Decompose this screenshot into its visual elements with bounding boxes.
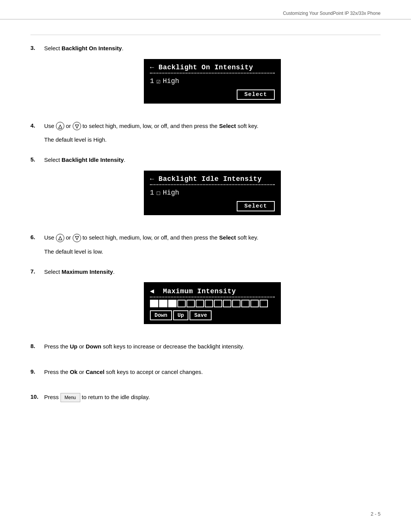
step-3-bold: Backlight On Intensity — [62, 45, 122, 51]
page-header: Customizing Your SoundPoint IP 32x/33x P… — [0, 0, 411, 19]
step-5-line-num: 1 — [150, 189, 154, 197]
step-8-bold-down: Down — [86, 343, 101, 350]
step-7-bold: Maximum Intensity — [62, 268, 113, 275]
step-6-subtext: The default level is low. — [44, 248, 381, 255]
step-6-number: 6. — [30, 233, 44, 240]
step-6-body: Use △ or ▽ to select high, medium, low, … — [44, 233, 381, 257]
step-6-text: Use △ or ▽ to select high, medium, low, … — [44, 233, 381, 242]
step-3-body: Select Backlight On Intensity. ← Backlig… — [44, 44, 381, 111]
page-content: 3. Select Backlight On Intensity. ← Back… — [0, 19, 411, 434]
step-5-line-text: High — [163, 189, 179, 197]
step-8-bold-up: Up — [70, 343, 78, 350]
step-9-bold-ok: Ok — [70, 369, 78, 375]
step-9-number: 9. — [30, 368, 44, 375]
bar-cell-7 — [205, 300, 213, 307]
page-number: 2 - 5 — [371, 511, 381, 517]
step-3-screen-wrapper: ← Backlight On Intensity 1 ☑ High Select — [44, 59, 381, 104]
step-7-softkeys-row: Down Up Save — [150, 310, 275, 320]
step-7-save-button[interactable]: Save — [190, 310, 212, 320]
step-9-text: Press the Ok or Cancel soft keys to acce… — [44, 368, 381, 377]
step-10-number: 10. — [30, 393, 44, 400]
bar-cell-12 — [250, 300, 259, 307]
step-3-screen-line1: 1 ☑ High — [150, 76, 275, 86]
step-3-line-text: High — [163, 77, 179, 85]
page-footer: 2 - 5 — [371, 511, 381, 517]
step-7-screen-title: ◀ Maximum Intensity — [150, 287, 275, 297]
step-9: 9. Press the Ok or Cancel soft keys to a… — [30, 368, 381, 383]
step-5-number: 5. — [30, 156, 44, 163]
bar-cell-8 — [214, 300, 222, 307]
bar-cell-1 — [150, 300, 158, 307]
bar-cell-6 — [196, 300, 204, 307]
step-8-text: Press the Up or Down soft keys to increa… — [44, 342, 381, 351]
bar-cell-11 — [241, 300, 250, 307]
menu-button-image[interactable]: Menu — [61, 393, 80, 402]
step-5-text: Select Backlight Idle Intensity. — [44, 156, 381, 165]
intensity-bar — [150, 300, 275, 307]
step-6-up-icon: △ — [56, 234, 64, 242]
step-10-text: Press Menu to return to the idle display… — [44, 393, 381, 402]
step-9-bold-cancel: Cancel — [86, 369, 104, 375]
step-7: 7. Select Maximum Intensity. ◀ Maximum I… — [30, 268, 381, 332]
bar-cell-9 — [223, 300, 231, 307]
step-6-down-icon: ▽ — [73, 234, 81, 242]
top-divider — [30, 35, 381, 35]
step-5-softkeys: Select — [150, 201, 275, 211]
step-7-text: Select Maximum Intensity. — [44, 268, 381, 276]
header-text: Customizing Your SoundPoint IP 32x/33x P… — [283, 11, 381, 16]
step-6: 6. Use △ or ▽ to select high, medium, lo… — [30, 233, 381, 257]
step-6-bold-select: Select — [219, 234, 236, 241]
step-3-screen-title: ← Backlight On Intensity — [150, 64, 275, 73]
bar-cell-5 — [186, 300, 195, 307]
step-10: 10. Press Menu to return to the idle dis… — [30, 393, 381, 408]
step-4-bold-select: Select — [219, 123, 236, 129]
step-4-number: 4. — [30, 122, 44, 129]
step-5-screen-title: ← Backlight Idle Intensity — [150, 175, 275, 185]
step-4-body: Use △ or ▽ to select high, medium, low, … — [44, 122, 381, 145]
step-4-text: Use △ or ▽ to select high, medium, low, … — [44, 122, 381, 131]
step-3: 3. Select Backlight On Intensity. ← Back… — [30, 44, 381, 111]
step-5-screen-wrapper: ← Backlight Idle Intensity 1 ☐ High Sele… — [44, 171, 381, 215]
up-arrow-icon: △ — [56, 122, 64, 130]
step-3-screen: ← Backlight On Intensity 1 ☑ High Select — [144, 59, 281, 104]
step-5-body: Select Backlight Idle Intensity. ← Backl… — [44, 156, 381, 223]
step-7-up-button[interactable]: Up — [173, 310, 189, 320]
bar-cell-2 — [159, 300, 167, 307]
step-10-body: Press Menu to return to the idle display… — [44, 393, 381, 408]
step-8: 8. Press the Up or Down soft keys to inc… — [30, 342, 381, 357]
step-7-down-button[interactable]: Down — [150, 310, 172, 320]
step-3-text: Select Backlight On Intensity. — [44, 44, 381, 53]
step-5-screen: ← Backlight Idle Intensity 1 ☐ High Sele… — [144, 171, 281, 215]
step-3-softkeys: Select — [150, 89, 275, 100]
step-5-select-button[interactable]: Select — [237, 201, 275, 211]
step-5-checkbox: ☐ — [156, 189, 161, 197]
step-7-screen: ◀ Maximum Intensity — [144, 282, 281, 324]
bar-cell-4 — [177, 300, 186, 307]
step-7-body: Select Maximum Intensity. ◀ Maximum Inte… — [44, 268, 381, 332]
step-7-number: 7. — [30, 268, 44, 275]
bar-cell-10 — [232, 300, 241, 307]
step-5-screen-line1: 1 ☐ High — [150, 187, 275, 198]
step-3-select-button[interactable]: Select — [237, 89, 275, 100]
bar-cell-13 — [260, 300, 268, 307]
step-5: 5. Select Backlight Idle Intensity. ← Ba… — [30, 156, 381, 223]
step-4-subtext: The default level is High. — [44, 136, 381, 143]
step-9-body: Press the Ok or Cancel soft keys to acce… — [44, 368, 381, 383]
step-8-body: Press the Up or Down soft keys to increa… — [44, 342, 381, 357]
bar-cell-3 — [168, 300, 177, 307]
step-3-line-num: 1 — [150, 77, 154, 85]
step-3-checkbox: ☑ — [156, 77, 161, 85]
step-7-screen-wrapper: ◀ Maximum Intensity — [44, 282, 381, 324]
step-5-bold: Backlight Idle Intensity — [62, 157, 124, 163]
step-8-number: 8. — [30, 342, 44, 349]
step-4: 4. Use △ or ▽ to select high, medium, lo… — [30, 122, 381, 145]
down-arrow-icon: ▽ — [73, 122, 81, 130]
step-3-number: 3. — [30, 44, 44, 51]
